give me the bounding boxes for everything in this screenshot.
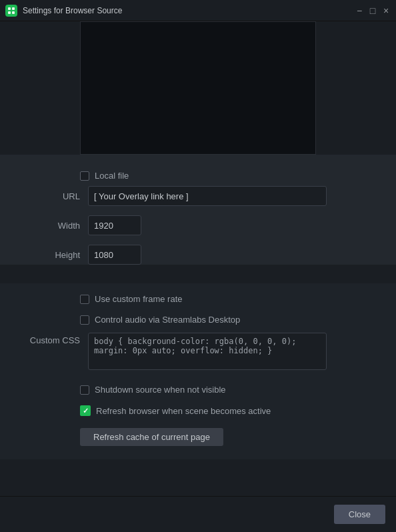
- control-audio-checkbox[interactable]: [80, 315, 89, 325]
- custom-css-label: Custom CSS: [13, 335, 80, 345]
- maximize-button[interactable]: □: [368, 6, 377, 15]
- url-input[interactable]: [88, 186, 327, 206]
- browser-preview: [80, 21, 316, 155]
- window-title: Settings for Browser Source: [23, 6, 355, 15]
- height-row: Height: [0, 245, 396, 265]
- close-button[interactable]: Close: [334, 505, 385, 524]
- settings-content: Local file URL Width Height: [0, 155, 396, 265]
- local-file-checkbox[interactable]: [80, 171, 89, 181]
- control-audio-label: Control audio via Streamlabs Desktop: [95, 315, 240, 325]
- shutdown-source-row: Shutdown source when not visible: [0, 379, 396, 400]
- shutdown-source-label: Shutdown source when not visible: [95, 385, 226, 395]
- custom-frame-rate-checkbox[interactable]: [80, 295, 89, 304]
- local-file-label: Local file: [95, 171, 129, 181]
- close-window-button[interactable]: ×: [381, 6, 391, 15]
- section-divider: [0, 274, 396, 281]
- svg-rect-2: [8, 11, 11, 14]
- custom-css-row: Custom CSS body { background-color: rgba…: [0, 333, 396, 370]
- width-input[interactable]: [88, 215, 141, 235]
- local-file-row: Local file: [0, 165, 396, 186]
- title-bar: Settings for Browser Source − □ ×: [0, 0, 396, 21]
- refresh-cache-button[interactable]: Refresh cache of current page: [80, 428, 223, 446]
- control-audio-row: Control audio via Streamlabs Desktop: [0, 309, 396, 330]
- bottom-bar: Close: [0, 496, 396, 532]
- window-controls: − □ ×: [355, 6, 391, 15]
- refresh-browser-checkbox[interactable]: [80, 405, 91, 416]
- advanced-section: Use custom frame rate Control audio via …: [0, 283, 396, 459]
- url-row: URL: [0, 186, 396, 206]
- height-label: Height: [13, 250, 80, 260]
- svg-rect-3: [12, 11, 15, 14]
- url-label: URL: [13, 191, 80, 201]
- custom-frame-rate-label: Use custom frame rate: [95, 294, 183, 304]
- svg-rect-0: [8, 7, 11, 10]
- refresh-browser-row: Refresh browser when scene becomes activ…: [0, 400, 396, 421]
- refresh-browser-label: Refresh browser when scene becomes activ…: [96, 406, 271, 416]
- height-input[interactable]: [88, 245, 141, 265]
- custom-css-input[interactable]: body { background-color: rgba(0, 0, 0, 0…: [88, 333, 327, 370]
- width-row: Width: [0, 215, 396, 235]
- svg-rect-1: [12, 7, 15, 10]
- shutdown-source-checkbox[interactable]: [80, 385, 89, 395]
- width-label: Width: [13, 221, 80, 231]
- minimize-button[interactable]: −: [355, 6, 364, 15]
- refresh-cache-container: Refresh cache of current page: [0, 421, 396, 454]
- custom-frame-rate-row: Use custom frame rate: [0, 289, 396, 309]
- app-icon: [5, 5, 17, 17]
